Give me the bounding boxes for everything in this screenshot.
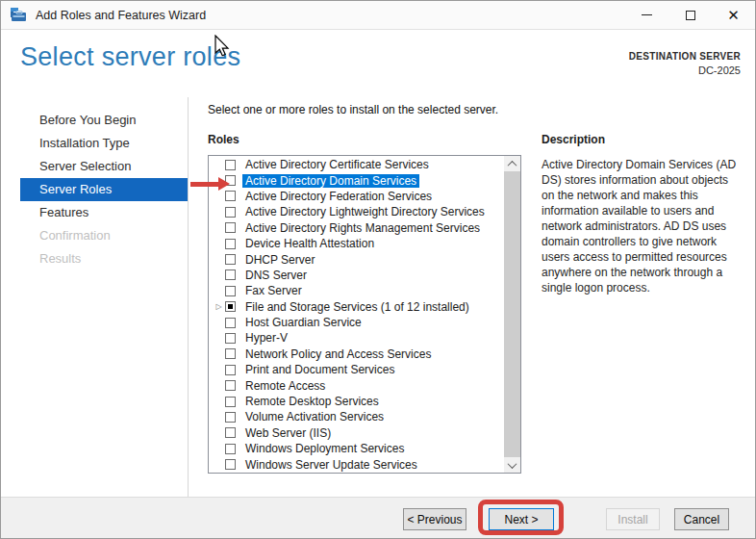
description-text: Active Directory Domain Services (AD DS)… [542, 157, 742, 295]
role-label[interactable]: Print and Document Services [242, 363, 397, 376]
role-label[interactable]: Volume Activation Services [242, 410, 387, 424]
role-checkbox[interactable] [225, 286, 236, 296]
wizard-header: Select server roles DESTINATION SERVER D… [1, 30, 755, 97]
role-row[interactable]: ▷Volume Activation Services [209, 409, 504, 424]
close-button[interactable]: ✕ [712, 1, 755, 29]
role-label[interactable]: Active Directory Federation Services [242, 190, 435, 203]
role-checkbox[interactable] [225, 365, 236, 375]
sidebar-item-before-you-begin[interactable]: Before You Begin [1, 109, 188, 132]
role-checkbox[interactable] [225, 412, 236, 423]
scroll-up-button[interactable] [504, 156, 520, 171]
role-row[interactable]: ▷Hyper-V [209, 330, 504, 346]
role-row[interactable]: ▷File and Storage Services (1 of 12 inst… [209, 299, 504, 315]
roles-rows: ▷Active Directory Certificate Services▷A… [209, 157, 504, 473]
role-checkbox[interactable] [225, 318, 236, 328]
page-title: Select server roles [20, 42, 240, 72]
roles-listbox: ▷Active Directory Certificate Services▷A… [208, 155, 521, 474]
role-label[interactable]: Windows Server Update Services [242, 458, 420, 472]
chevron-up-icon [508, 160, 517, 169]
role-checkbox[interactable] [225, 459, 236, 470]
wizard-steps-sidebar: Before You BeginInstallation TypeServer … [1, 97, 189, 497]
role-row[interactable]: ▷Windows Deployment Services [209, 441, 504, 456]
role-row[interactable]: ▷DHCP Server [209, 251, 504, 267]
install-button: Install [606, 508, 660, 530]
role-checkbox[interactable] [225, 348, 236, 359]
intro-text: Select one or more roles to install on t… [208, 103, 498, 116]
role-checkbox[interactable] [225, 222, 236, 233]
role-checkbox[interactable] [225, 207, 236, 218]
next-button[interactable]: Next > [489, 508, 554, 530]
role-label[interactable]: DNS Server [242, 269, 310, 282]
role-checkbox[interactable] [225, 191, 236, 201]
prev-button[interactable]: < Previous [403, 508, 466, 530]
sidebar-item-confirmation: Confirmation [1, 224, 188, 247]
window-controls: ✕ [625, 1, 755, 29]
role-label[interactable]: Windows Deployment Services [242, 442, 407, 455]
role-label[interactable]: Active Directory Certificate Services [242, 158, 432, 171]
role-row[interactable]: ▷Host Guardian Service [209, 315, 504, 330]
role-label[interactable]: File and Storage Services (1 of 12 insta… [242, 300, 472, 314]
roles-scrollbar[interactable] [504, 156, 520, 473]
maximize-button[interactable] [668, 1, 712, 29]
sidebar-item-installation-type[interactable]: Installation Type [1, 132, 188, 155]
role-checkbox[interactable] [225, 239, 236, 249]
role-row[interactable]: ▷Web Server (IIS) [209, 425, 504, 441]
role-row[interactable]: ▷Remote Desktop Services [209, 394, 504, 409]
minimize-button[interactable] [625, 1, 668, 29]
role-row[interactable]: ▷Active Directory Lightweight Directory … [209, 204, 504, 219]
role-label[interactable]: Device Health Attestation [242, 237, 377, 250]
roles-list-label: Roles [208, 133, 239, 146]
titlebar: Add Roles and Features Wizard ✕ [1, 1, 755, 30]
destination-server-label: DESTINATION SERVER [629, 51, 741, 62]
expander-icon[interactable]: ▷ [213, 302, 225, 311]
role-label[interactable]: DHCP Server [242, 253, 317, 267]
destination-server-block: DESTINATION SERVER DC-2025 [629, 51, 741, 76]
role-label[interactable]: Host Guardian Service [242, 316, 365, 329]
role-row[interactable]: ▷DNS Server [209, 268, 504, 283]
description-heading: Description [542, 133, 605, 146]
role-checkbox[interactable] [225, 175, 236, 186]
role-checkbox[interactable] [225, 333, 236, 344]
role-checkbox[interactable] [225, 160, 236, 170]
role-row[interactable]: ▷Device Health Attestation [209, 236, 504, 251]
role-checkbox[interactable] [225, 444, 236, 454]
close-icon: ✕ [727, 8, 740, 22]
wizard-footer: < PreviousNext >InstallCancel [1, 497, 755, 538]
role-checkbox[interactable] [225, 270, 236, 280]
role-label[interactable]: Remote Desktop Services [242, 395, 382, 408]
role-label[interactable]: Fax Server [242, 284, 305, 297]
role-checkbox[interactable] [225, 254, 236, 265]
role-label[interactable]: Web Server (IIS) [242, 426, 334, 440]
role-row[interactable]: ▷Active Directory Domain Services [209, 172, 504, 188]
sidebar-item-server-selection[interactable]: Server Selection [1, 155, 188, 178]
role-label[interactable]: Hyper-V [242, 331, 290, 345]
role-row[interactable]: ▷Network Policy and Access Services [209, 346, 504, 362]
window-title: Add Roles and Features Wizard [36, 9, 206, 22]
sidebar-item-features[interactable]: Features [1, 201, 188, 224]
role-row[interactable]: ▷Remote Access [209, 377, 504, 393]
roles-pane: Select one or more roles to install on t… [189, 97, 755, 497]
add-roles-features-wizard-window: Add Roles and Features Wizard ✕ Select s… [0, 0, 756, 539]
role-row[interactable]: ▷Windows Server Update Services [209, 456, 504, 472]
maximize-icon [686, 11, 695, 20]
role-checkbox[interactable] [225, 397, 236, 407]
role-row[interactable]: ▷Fax Server [209, 283, 504, 298]
role-checkbox[interactable] [225, 380, 236, 391]
role-label[interactable]: Remote Access [242, 379, 328, 393]
role-row[interactable]: ▷Active Directory Federation Services [209, 189, 504, 204]
role-label[interactable]: Active Directory Lightweight Directory S… [242, 205, 488, 218]
role-row[interactable]: ▷Active Directory Certificate Services [209, 157, 504, 172]
wizard-app-icon [11, 8, 27, 22]
scroll-down-button[interactable] [504, 457, 520, 473]
role-checkbox[interactable] [225, 301, 236, 312]
role-row[interactable]: ▷Active Directory Rights Management Serv… [209, 220, 504, 236]
role-label[interactable]: Network Policy and Access Services [242, 347, 434, 361]
sidebar-item-server-roles[interactable]: Server Roles [20, 178, 188, 201]
role-label[interactable]: Active Directory Domain Services [242, 174, 419, 188]
role-checkbox[interactable] [225, 427, 236, 438]
role-label[interactable]: Active Directory Rights Management Servi… [242, 221, 483, 235]
wizard-content: Before You BeginInstallation TypeServer … [1, 97, 755, 497]
cancel-button[interactable]: Cancel [674, 508, 729, 530]
minimize-icon [642, 14, 652, 15]
role-row[interactable]: ▷Print and Document Services [209, 362, 504, 377]
